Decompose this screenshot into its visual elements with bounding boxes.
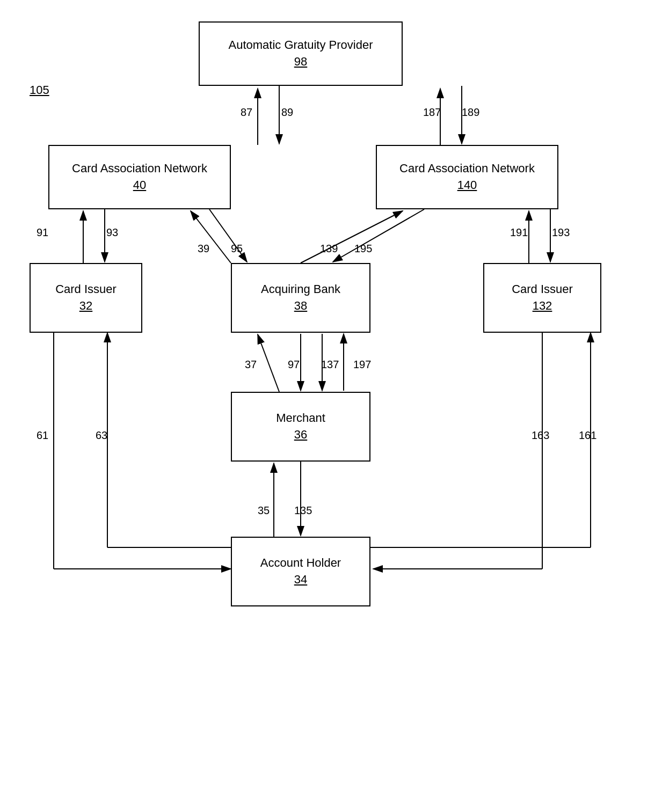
box-ci1-label: Card Issuer — [55, 281, 117, 298]
svg-line-11 — [333, 209, 424, 262]
box-ci1: Card Issuer 32 — [30, 263, 142, 333]
svg-line-10 — [301, 211, 403, 263]
label-195: 195 — [354, 243, 372, 255]
label-37: 37 — [245, 359, 257, 371]
box-merchant-id: 36 — [294, 427, 307, 443]
label-187: 187 — [423, 106, 441, 119]
label-189: 189 — [462, 106, 479, 119]
box-can1-label: Card Association Network — [72, 160, 207, 177]
label-61: 61 — [37, 429, 48, 442]
box-merchant-label: Merchant — [276, 410, 325, 427]
label-191: 191 — [510, 226, 528, 239]
box-ci1-id: 32 — [79, 298, 92, 314]
label-161: 161 — [579, 429, 596, 442]
box-ah: Account Holder 34 — [231, 537, 370, 606]
label-163: 163 — [532, 429, 549, 442]
box-ci2: Card Issuer 132 — [483, 263, 601, 333]
label-197: 197 — [353, 359, 371, 371]
label-89: 89 — [281, 106, 293, 119]
label-95: 95 — [231, 243, 243, 255]
box-ab-id: 38 — [294, 298, 307, 314]
label-93: 93 — [106, 226, 118, 239]
box-merchant: Merchant 36 — [231, 392, 370, 462]
box-ci2-label: Card Issuer — [512, 281, 573, 298]
box-can2-label: Card Association Network — [399, 160, 535, 177]
diagram: 105 Automatic Gratuity Provider 98 Card … — [0, 0, 662, 812]
label-91: 91 — [37, 226, 48, 239]
box-can2: Card Association Network 140 — [376, 145, 558, 209]
label-39: 39 — [198, 243, 209, 255]
label-87: 87 — [241, 106, 252, 119]
box-ab: Acquiring Bank 38 — [231, 263, 370, 333]
box-ab-label: Acquiring Bank — [261, 281, 340, 298]
box-ah-id: 34 — [294, 572, 307, 588]
box-agp-label: Automatic Gratuity Provider — [229, 37, 373, 54]
label-135: 135 — [294, 504, 312, 517]
label-97: 97 — [288, 359, 300, 371]
label-139: 139 — [320, 243, 338, 255]
box-ci2-id: 132 — [533, 298, 552, 314]
box-ah-label: Account Holder — [260, 555, 341, 572]
label-63: 63 — [96, 429, 107, 442]
label-35: 35 — [258, 504, 270, 517]
fig-label: 105 — [30, 83, 49, 97]
box-agp-id: 98 — [294, 54, 307, 70]
box-can1-id: 40 — [133, 177, 146, 194]
label-193: 193 — [552, 226, 570, 239]
label-137: 137 — [321, 359, 339, 371]
svg-line-8 — [191, 211, 231, 263]
box-can2-id: 140 — [457, 177, 477, 194]
svg-line-14 — [258, 334, 279, 392]
box-agp: Automatic Gratuity Provider 98 — [199, 21, 403, 86]
box-can1: Card Association Network 40 — [48, 145, 231, 209]
